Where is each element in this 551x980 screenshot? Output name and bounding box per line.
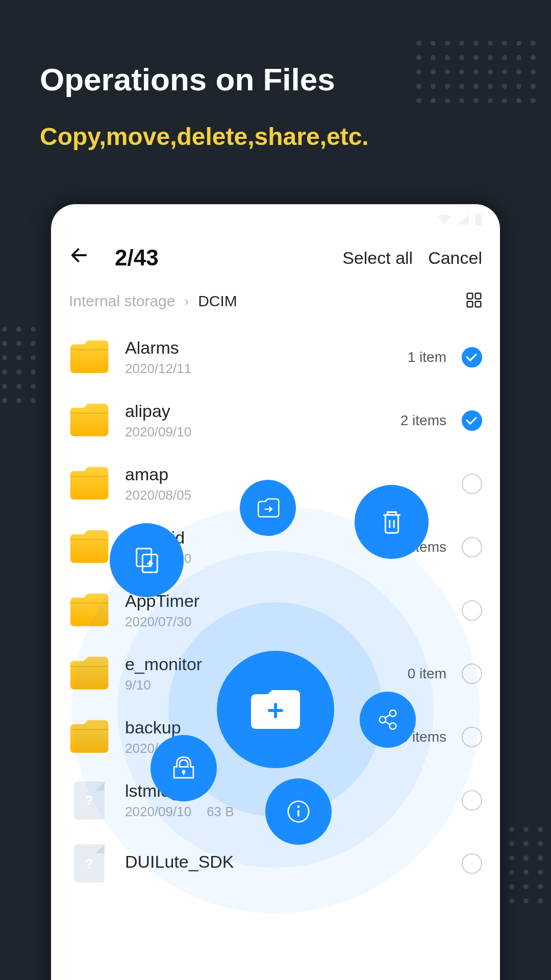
svg-rect-0 bbox=[475, 214, 482, 226]
fab-info[interactable] bbox=[265, 778, 332, 845]
checkbox[interactable] bbox=[462, 600, 482, 621]
file-meta: 2020/09/10 bbox=[125, 424, 385, 440]
svg-point-13 bbox=[297, 805, 300, 808]
view-grid-button[interactable] bbox=[466, 292, 482, 310]
fab-share[interactable] bbox=[360, 692, 416, 748]
decor-dots bbox=[416, 41, 536, 103]
file-row[interactable]: alipay2020/09/102 items bbox=[69, 389, 482, 452]
checkbox[interactable] bbox=[462, 790, 482, 811]
file-row[interactable]: DUILute_SDK bbox=[69, 832, 482, 895]
svg-point-11 bbox=[182, 770, 186, 773]
file-row[interactable]: Alarms2020/12/111 item bbox=[69, 326, 482, 389]
signal-icon bbox=[458, 214, 469, 225]
app-header: 2/43 Select all Cancel bbox=[51, 235, 500, 286]
folder-icon bbox=[69, 529, 110, 565]
promo-title: Operations on Files bbox=[40, 61, 335, 97]
chevron-right-icon: › bbox=[184, 293, 189, 309]
promo-subtitle: Copy,move,delete,share,etc. bbox=[40, 122, 369, 151]
fab-move[interactable] bbox=[240, 480, 296, 536]
decor-dots bbox=[495, 827, 551, 903]
file-info: AppTimer2020/07/30 bbox=[125, 591, 431, 630]
file-count: 0 item bbox=[408, 666, 446, 682]
wifi-icon bbox=[437, 214, 452, 225]
file-meta: 2020/07/30 bbox=[125, 614, 431, 630]
file-name: AppTimer bbox=[125, 591, 431, 611]
back-button[interactable] bbox=[69, 245, 89, 271]
svg-rect-3 bbox=[475, 293, 481, 299]
file-name: alipay bbox=[125, 401, 385, 421]
file-meta: 2020/12/11 bbox=[125, 361, 392, 377]
checkbox[interactable] bbox=[462, 474, 482, 494]
breadcrumb: Internal storage › DCIM bbox=[51, 286, 500, 326]
file-info: DUILute_SDK bbox=[125, 852, 431, 875]
folder-icon bbox=[69, 656, 110, 692]
file-count: 1 item bbox=[408, 349, 446, 365]
fab-delete[interactable] bbox=[355, 485, 429, 559]
file-icon bbox=[74, 844, 105, 883]
file-info: alipay2020/09/10 bbox=[125, 401, 385, 440]
cancel-button[interactable]: Cancel bbox=[428, 248, 482, 268]
fab-lock[interactable] bbox=[151, 735, 217, 801]
svg-rect-4 bbox=[467, 302, 473, 307]
file-info: Alarms2020/12/11 bbox=[125, 338, 392, 377]
file-count: 2 items bbox=[400, 412, 446, 429]
checkbox[interactable] bbox=[462, 727, 482, 747]
folder-icon bbox=[69, 339, 110, 375]
folder-icon bbox=[69, 719, 110, 755]
selection-counter: 2/43 bbox=[115, 245, 159, 271]
folder-icon bbox=[69, 593, 110, 628]
file-name: Alarms bbox=[125, 338, 392, 358]
breadcrumb-current: DCIM bbox=[198, 292, 237, 310]
svg-rect-5 bbox=[475, 302, 481, 307]
battery-icon bbox=[475, 213, 482, 226]
folder-icon bbox=[69, 403, 110, 438]
checkbox[interactable] bbox=[462, 410, 482, 431]
svg-rect-1 bbox=[477, 213, 481, 215]
fab-copy[interactable] bbox=[110, 523, 184, 597]
checkbox[interactable] bbox=[462, 347, 482, 368]
file-icon bbox=[74, 781, 105, 820]
select-all-button[interactable]: Select all bbox=[342, 248, 413, 268]
svg-point-9 bbox=[380, 717, 386, 723]
checkbox[interactable] bbox=[462, 537, 482, 557]
svg-point-8 bbox=[390, 710, 396, 717]
checkbox[interactable] bbox=[462, 664, 482, 684]
phone-frame: 2/43 Select all Cancel Internal storage … bbox=[51, 204, 500, 980]
status-bar bbox=[51, 204, 500, 235]
decor-dots bbox=[0, 327, 36, 403]
fab-new-folder[interactable] bbox=[217, 651, 334, 768]
svg-rect-2 bbox=[467, 293, 473, 299]
checkbox[interactable] bbox=[462, 853, 482, 874]
svg-point-10 bbox=[390, 723, 396, 729]
breadcrumb-root[interactable]: Internal storage bbox=[69, 292, 175, 310]
file-name: DUILute_SDK bbox=[125, 852, 431, 872]
folder-icon bbox=[69, 466, 110, 502]
